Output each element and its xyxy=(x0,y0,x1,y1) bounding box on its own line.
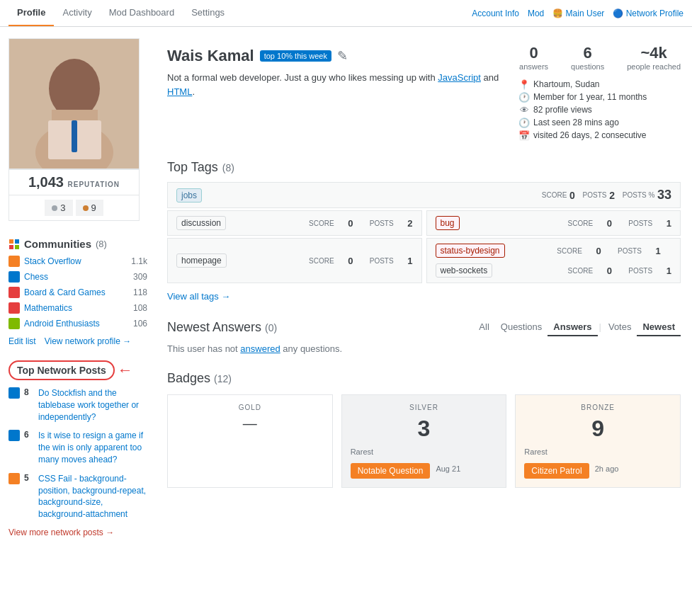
questions-label: questions xyxy=(571,62,604,71)
tag-chip[interactable]: homepage xyxy=(176,253,227,268)
profile-stats-meta: 0 answers 6 questions ~4k people reached… xyxy=(519,38,681,143)
html-link[interactable]: HTML xyxy=(167,86,192,97)
tag-chip[interactable]: jobs xyxy=(176,188,202,203)
gold-badge-card: GOLD — xyxy=(167,394,333,488)
mod-link[interactable]: Mod xyxy=(528,8,544,18)
reputation-box: 1,043 REPUTATION xyxy=(8,169,140,195)
tag-chip[interactable]: web-sockets xyxy=(436,263,493,278)
newest-answers-label: Newest Answers xyxy=(167,320,261,334)
bronze-rarest-row: Citizen Patrol 2h ago xyxy=(524,459,671,479)
silver-badge-btn[interactable]: Notable Question xyxy=(351,463,431,479)
tab-activity[interactable]: Activity xyxy=(54,0,100,26)
posts-value: 2 xyxy=(609,190,615,201)
nav-bar: Profile Activity Mod Dashboard Settings … xyxy=(0,0,692,27)
answers-label: answers xyxy=(519,62,548,71)
tab-mod-dashboard[interactable]: Mod Dashboard xyxy=(101,0,183,26)
badges-title: Badges xyxy=(167,371,210,385)
main-user-link[interactable]: 🍔 Main User xyxy=(552,8,604,18)
avatar xyxy=(8,38,140,169)
answers-section: Newest Answers (0) All Questions Answers… xyxy=(167,319,681,354)
bronze-badge-date: 2h ago xyxy=(595,464,619,473)
answers-stat: 0 answers xyxy=(519,44,548,71)
list-item: 5 CSS Fail - background-position, backgr… xyxy=(8,473,147,520)
community-link[interactable]: Board & Card Games xyxy=(24,287,133,297)
silver-count: 3 xyxy=(60,203,65,213)
top-tags-count: (8) xyxy=(222,162,234,173)
avatar-box: 1,043 REPUTATION 3 9 xyxy=(8,38,140,221)
view-more-posts-link[interactable]: View more network posts → xyxy=(8,527,147,537)
posts-label: POSTS xyxy=(628,219,652,227)
meta-list: 📍 Khartoum, Sudan 🕐 Member for 1 year, 1… xyxy=(519,79,681,140)
top-tags-title: Top Tags xyxy=(167,160,218,175)
communities-header: Communities (8) xyxy=(8,238,147,250)
filter-newest[interactable]: Newest xyxy=(637,319,681,336)
post-link[interactable]: CSS Fail - background-position, backgrou… xyxy=(38,473,147,520)
community-count: 1.1k xyxy=(131,256,147,266)
network-posts-list: 8 Do Stockfish and the tablebase work to… xyxy=(8,387,147,520)
svg-rect-8 xyxy=(9,245,13,249)
visited-text: visited 26 days, 2 consecutive xyxy=(533,130,646,140)
reputation-label: REPUTATION xyxy=(68,181,120,188)
top-network-section: Top Network Posts ← 8 Do Stockfish and t… xyxy=(8,360,147,537)
filter-answers[interactable]: Answers xyxy=(548,319,597,336)
gold-value: — xyxy=(176,416,324,432)
post-link[interactable]: Do Stockfish and the tablebase work toge… xyxy=(38,387,147,423)
tag-half-row: bug SCORE 0 POSTS 1 xyxy=(426,210,681,236)
meta-last-seen: 🕐 Last seen 28 mins ago xyxy=(519,118,681,127)
answered-link[interactable]: answered xyxy=(240,343,280,354)
postspct-value: 33 xyxy=(657,188,671,203)
edit-icon[interactable]: ✎ xyxy=(337,48,348,64)
nav-tabs: Profile Activity Mod Dashboard Settings xyxy=(8,0,233,26)
list-item: 8 Do Stockfish and the tablebase work to… xyxy=(8,387,147,423)
tab-settings[interactable]: Settings xyxy=(183,0,233,26)
meta-member-since: 🕐 Member for 1 year, 11 months xyxy=(519,92,681,102)
post-icon xyxy=(8,473,20,484)
posts-label: POSTS xyxy=(628,267,652,275)
view-network-link[interactable]: View network profile → xyxy=(45,336,132,346)
score-label: SCORE xyxy=(557,247,582,255)
community-link[interactable]: Stack Overflow xyxy=(24,256,131,266)
filter-all[interactable]: All xyxy=(473,319,494,336)
score-val: 0 xyxy=(607,218,612,229)
filter-tabs: All Questions Answers | Votes Newest xyxy=(473,319,681,336)
location-icon: 📍 xyxy=(519,79,529,89)
people-reached-num: ~4k xyxy=(627,44,681,62)
score-label: SCORE xyxy=(568,267,594,275)
list-item: Stack Overflow 1.1k xyxy=(8,256,147,267)
tab-profile[interactable]: Profile xyxy=(8,0,54,26)
bronze-badge-card: BRONZE 9 Rarest Citizen Patrol 2h ago xyxy=(515,394,681,488)
bronze-badge-btn[interactable]: Citizen Patrol xyxy=(524,463,589,479)
community-link[interactable]: Chess xyxy=(24,272,133,282)
clock-icon: 🕐 xyxy=(519,118,529,127)
silver-badge-item: 3 xyxy=(45,200,72,216)
rarest-label-bronze: Rarest xyxy=(524,447,671,456)
community-link[interactable]: Mathematics xyxy=(24,303,133,313)
tag-chip[interactable]: bug xyxy=(436,216,460,230)
network-profile-link[interactable]: 🔵 Network Profile xyxy=(613,8,684,18)
arrow-icon: ← xyxy=(118,361,133,380)
filter-questions[interactable]: Questions xyxy=(495,319,548,336)
post-link[interactable]: Is it wise to resign a game if the win i… xyxy=(38,430,147,465)
svg-rect-6 xyxy=(9,239,13,244)
posts-label: POSTS xyxy=(618,247,642,255)
js-link[interactable]: JavaScript xyxy=(438,72,481,83)
answers-num: 0 xyxy=(519,44,548,62)
last-seen-text: Last seen 28 mins ago xyxy=(533,118,619,127)
communities-icon xyxy=(8,239,20,250)
score-val: 0 xyxy=(348,256,353,266)
account-info-link[interactable]: Account Info xyxy=(472,8,519,18)
silver-badge-card: SILVER 3 Rarest Notable Question Aug 21 xyxy=(341,394,507,488)
location-text: Khartoum, Sudan xyxy=(533,79,599,89)
tag-chip[interactable]: status-bydesign xyxy=(436,244,505,258)
filter-separator: | xyxy=(598,319,603,336)
posts-label: POSTS xyxy=(583,191,607,199)
tag-row: jobs SCORE 0 POSTS 2 POSTS % 33 xyxy=(167,182,681,208)
tag-chip[interactable]: discussion xyxy=(176,216,226,230)
svg-point-1 xyxy=(49,59,100,118)
filter-votes[interactable]: Votes xyxy=(603,319,637,336)
view-all-tags-link[interactable]: View all tags → xyxy=(167,291,230,302)
edit-list-link[interactable]: Edit list xyxy=(8,336,36,346)
top-network-title: Top Network Posts xyxy=(8,360,115,380)
bronze-badge-item: 9 xyxy=(76,200,103,216)
community-link[interactable]: Android Enthusiasts xyxy=(24,319,133,329)
